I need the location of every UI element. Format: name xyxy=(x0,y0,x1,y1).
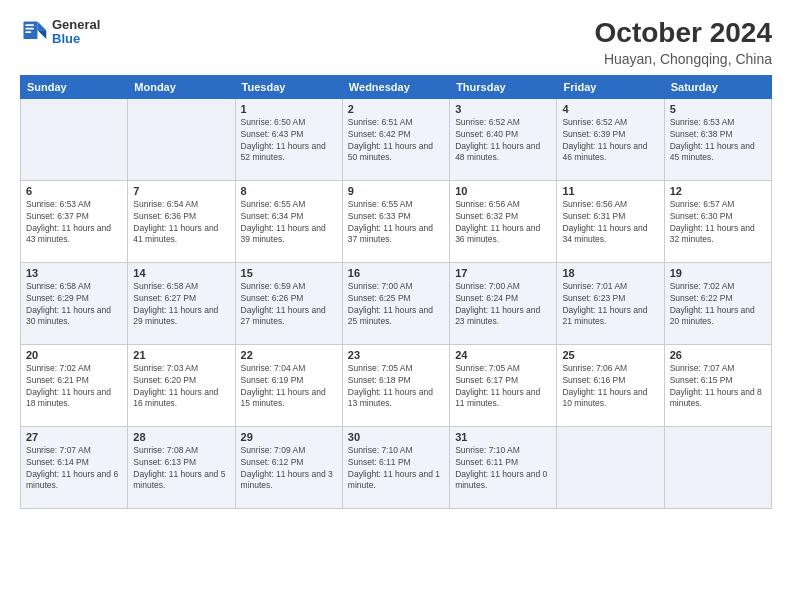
day-number: 20 xyxy=(26,349,122,361)
calendar-cell: 18Sunrise: 7:01 AMSunset: 6:23 PMDayligh… xyxy=(557,262,664,344)
day-info: Sunrise: 6:52 AMSunset: 6:40 PMDaylight:… xyxy=(455,117,551,165)
day-number: 1 xyxy=(241,103,337,115)
day-number: 15 xyxy=(241,267,337,279)
day-info: Sunrise: 6:56 AMSunset: 6:32 PMDaylight:… xyxy=(455,199,551,247)
weekday-header: Wednesday xyxy=(342,75,449,98)
day-info: Sunrise: 6:53 AMSunset: 6:38 PMDaylight:… xyxy=(670,117,766,165)
calendar-cell: 16Sunrise: 7:00 AMSunset: 6:25 PMDayligh… xyxy=(342,262,449,344)
weekday-header: Friday xyxy=(557,75,664,98)
day-info: Sunrise: 6:58 AMSunset: 6:27 PMDaylight:… xyxy=(133,281,229,329)
day-number: 19 xyxy=(670,267,766,279)
calendar-cell: 30Sunrise: 7:10 AMSunset: 6:11 PMDayligh… xyxy=(342,426,449,508)
calendar-cell: 23Sunrise: 7:05 AMSunset: 6:18 PMDayligh… xyxy=(342,344,449,426)
day-number: 4 xyxy=(562,103,658,115)
day-info: Sunrise: 7:05 AMSunset: 6:18 PMDaylight:… xyxy=(348,363,444,411)
day-number: 29 xyxy=(241,431,337,443)
day-number: 30 xyxy=(348,431,444,443)
day-info: Sunrise: 7:01 AMSunset: 6:23 PMDaylight:… xyxy=(562,281,658,329)
day-info: Sunrise: 7:08 AMSunset: 6:13 PMDaylight:… xyxy=(133,445,229,493)
calendar-cell: 9Sunrise: 6:55 AMSunset: 6:33 PMDaylight… xyxy=(342,180,449,262)
day-info: Sunrise: 6:55 AMSunset: 6:33 PMDaylight:… xyxy=(348,199,444,247)
day-number: 21 xyxy=(133,349,229,361)
logo-text: General Blue xyxy=(52,18,100,47)
day-number: 10 xyxy=(455,185,551,197)
calendar-cell: 29Sunrise: 7:09 AMSunset: 6:12 PMDayligh… xyxy=(235,426,342,508)
calendar-table: SundayMondayTuesdayWednesdayThursdayFrid… xyxy=(20,75,772,509)
calendar-week-row: 13Sunrise: 6:58 AMSunset: 6:29 PMDayligh… xyxy=(21,262,772,344)
day-info: Sunrise: 6:52 AMSunset: 6:39 PMDaylight:… xyxy=(562,117,658,165)
day-number: 7 xyxy=(133,185,229,197)
day-info: Sunrise: 6:50 AMSunset: 6:43 PMDaylight:… xyxy=(241,117,337,165)
calendar-cell xyxy=(664,426,771,508)
day-info: Sunrise: 7:02 AMSunset: 6:22 PMDaylight:… xyxy=(670,281,766,329)
day-number: 13 xyxy=(26,267,122,279)
day-info: Sunrise: 7:00 AMSunset: 6:24 PMDaylight:… xyxy=(455,281,551,329)
weekday-header: Thursday xyxy=(450,75,557,98)
calendar-cell: 11Sunrise: 6:56 AMSunset: 6:31 PMDayligh… xyxy=(557,180,664,262)
calendar-cell: 3Sunrise: 6:52 AMSunset: 6:40 PMDaylight… xyxy=(450,98,557,180)
day-number: 27 xyxy=(26,431,122,443)
svg-rect-3 xyxy=(25,24,34,26)
calendar-cell: 31Sunrise: 7:10 AMSunset: 6:11 PMDayligh… xyxy=(450,426,557,508)
weekday-header: Monday xyxy=(128,75,235,98)
calendar-cell: 24Sunrise: 7:05 AMSunset: 6:17 PMDayligh… xyxy=(450,344,557,426)
calendar-week-row: 27Sunrise: 7:07 AMSunset: 6:14 PMDayligh… xyxy=(21,426,772,508)
weekday-header-row: SundayMondayTuesdayWednesdayThursdayFrid… xyxy=(21,75,772,98)
calendar-cell: 7Sunrise: 6:54 AMSunset: 6:36 PMDaylight… xyxy=(128,180,235,262)
weekday-header: Saturday xyxy=(664,75,771,98)
day-info: Sunrise: 6:51 AMSunset: 6:42 PMDaylight:… xyxy=(348,117,444,165)
weekday-header: Sunday xyxy=(21,75,128,98)
day-number: 8 xyxy=(241,185,337,197)
calendar-cell: 25Sunrise: 7:06 AMSunset: 6:16 PMDayligh… xyxy=(557,344,664,426)
day-number: 17 xyxy=(455,267,551,279)
calendar-cell: 8Sunrise: 6:55 AMSunset: 6:34 PMDaylight… xyxy=(235,180,342,262)
calendar-cell: 13Sunrise: 6:58 AMSunset: 6:29 PMDayligh… xyxy=(21,262,128,344)
day-number: 22 xyxy=(241,349,337,361)
day-info: Sunrise: 6:53 AMSunset: 6:37 PMDaylight:… xyxy=(26,199,122,247)
day-info: Sunrise: 7:10 AMSunset: 6:11 PMDaylight:… xyxy=(455,445,551,493)
calendar-cell: 27Sunrise: 7:07 AMSunset: 6:14 PMDayligh… xyxy=(21,426,128,508)
day-number: 14 xyxy=(133,267,229,279)
calendar-cell: 6Sunrise: 6:53 AMSunset: 6:37 PMDaylight… xyxy=(21,180,128,262)
svg-marker-0 xyxy=(38,22,47,31)
calendar-cell: 28Sunrise: 7:08 AMSunset: 6:13 PMDayligh… xyxy=(128,426,235,508)
calendar-cell: 5Sunrise: 6:53 AMSunset: 6:38 PMDaylight… xyxy=(664,98,771,180)
day-number: 23 xyxy=(348,349,444,361)
day-info: Sunrise: 7:06 AMSunset: 6:16 PMDaylight:… xyxy=(562,363,658,411)
calendar-cell: 26Sunrise: 7:07 AMSunset: 6:15 PMDayligh… xyxy=(664,344,771,426)
calendar-cell: 10Sunrise: 6:56 AMSunset: 6:32 PMDayligh… xyxy=(450,180,557,262)
location: Huayan, Chongqing, China xyxy=(595,51,772,67)
logo-icon xyxy=(20,18,48,46)
day-number: 11 xyxy=(562,185,658,197)
day-number: 16 xyxy=(348,267,444,279)
day-info: Sunrise: 7:07 AMSunset: 6:15 PMDaylight:… xyxy=(670,363,766,411)
logo: General Blue xyxy=(20,18,100,47)
day-number: 12 xyxy=(670,185,766,197)
calendar-week-row: 6Sunrise: 6:53 AMSunset: 6:37 PMDaylight… xyxy=(21,180,772,262)
calendar-cell: 2Sunrise: 6:51 AMSunset: 6:42 PMDaylight… xyxy=(342,98,449,180)
calendar-cell: 14Sunrise: 6:58 AMSunset: 6:27 PMDayligh… xyxy=(128,262,235,344)
calendar-cell xyxy=(557,426,664,508)
day-number: 26 xyxy=(670,349,766,361)
calendar-cell: 19Sunrise: 7:02 AMSunset: 6:22 PMDayligh… xyxy=(664,262,771,344)
day-number: 24 xyxy=(455,349,551,361)
calendar-cell: 22Sunrise: 7:04 AMSunset: 6:19 PMDayligh… xyxy=(235,344,342,426)
day-info: Sunrise: 6:56 AMSunset: 6:31 PMDaylight:… xyxy=(562,199,658,247)
calendar-cell: 17Sunrise: 7:00 AMSunset: 6:24 PMDayligh… xyxy=(450,262,557,344)
day-info: Sunrise: 6:57 AMSunset: 6:30 PMDaylight:… xyxy=(670,199,766,247)
calendar-cell xyxy=(128,98,235,180)
day-info: Sunrise: 7:03 AMSunset: 6:20 PMDaylight:… xyxy=(133,363,229,411)
weekday-header: Tuesday xyxy=(235,75,342,98)
calendar-cell: 12Sunrise: 6:57 AMSunset: 6:30 PMDayligh… xyxy=(664,180,771,262)
day-number: 5 xyxy=(670,103,766,115)
day-info: Sunrise: 6:55 AMSunset: 6:34 PMDaylight:… xyxy=(241,199,337,247)
calendar-cell: 21Sunrise: 7:03 AMSunset: 6:20 PMDayligh… xyxy=(128,344,235,426)
day-info: Sunrise: 7:10 AMSunset: 6:11 PMDaylight:… xyxy=(348,445,444,493)
day-info: Sunrise: 7:09 AMSunset: 6:12 PMDaylight:… xyxy=(241,445,337,493)
day-number: 9 xyxy=(348,185,444,197)
day-number: 6 xyxy=(26,185,122,197)
day-info: Sunrise: 6:59 AMSunset: 6:26 PMDaylight:… xyxy=(241,281,337,329)
day-info: Sunrise: 7:02 AMSunset: 6:21 PMDaylight:… xyxy=(26,363,122,411)
day-number: 3 xyxy=(455,103,551,115)
day-number: 2 xyxy=(348,103,444,115)
